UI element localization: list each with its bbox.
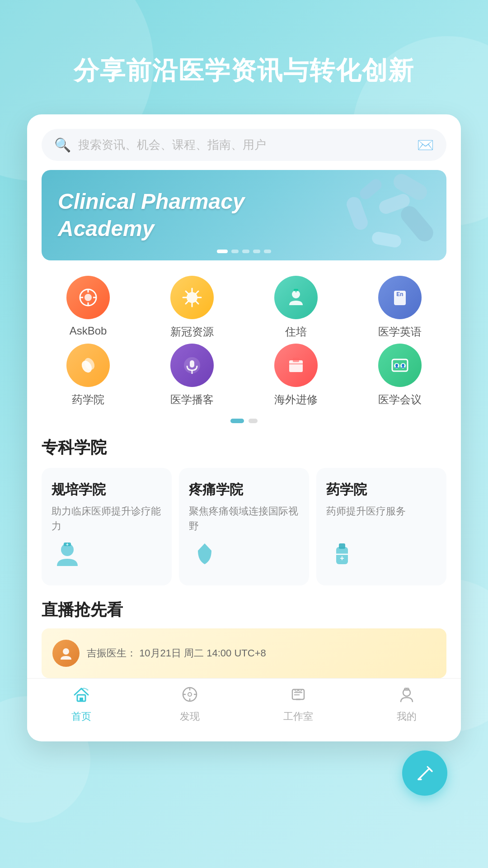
live-time: 10月21日 周二 14:00 UTC+8 [139, 647, 266, 659]
svg-point-45 [188, 693, 192, 696]
nav-discover-label: 发现 [180, 710, 200, 723]
app-card: 🔍 搜索资讯、机会、课程、指南、用户 ✉️ Clinical Pharmacy … [27, 114, 461, 741]
icon-zhupei[interactable]: + 住培 [250, 276, 342, 339]
bottom-nav: 首页 发现 工作室 + 我的 [27, 678, 461, 732]
nav-studio[interactable]: 工作室 [271, 686, 325, 723]
pharmacy-icon [66, 344, 110, 387]
specialty-cards: 规培学院 助力临床医师提升诊疗能力 + 疼痛学院 聚焦疼痛领域连接国际视野 药学… [27, 468, 461, 594]
search-icon: 🔍 [54, 137, 71, 153]
svg-line-13 [196, 291, 198, 294]
askbob-icon [66, 276, 110, 319]
svg-rect-43 [80, 698, 83, 701]
svg-point-41 [63, 648, 69, 655]
live-info: 吉振医生： 10月21日 周二 14:00 UTC+8 [87, 646, 266, 660]
svg-rect-54 [295, 689, 298, 691]
pharma-desc: 药师提升医疗服务 [326, 504, 436, 533]
icon-conference[interactable]: 👤👤 医学会议 [354, 344, 446, 407]
nav-discover[interactable]: 发现 [163, 686, 217, 723]
pain-title: 疼痛学院 [189, 481, 299, 499]
svg-text:+: + [340, 554, 344, 562]
icon-page-dots [27, 419, 461, 423]
english-label: 医学英语 [378, 325, 422, 339]
abroad-label: 海外进修 [274, 392, 318, 407]
conference-label: 医学会议 [378, 392, 422, 407]
banner-decoration [302, 170, 446, 260]
specialty-card-pharma[interactable]: 药学院 药师提升医疗服务 + [316, 468, 446, 585]
pain-icon [189, 538, 299, 576]
icon-abroad[interactable]: 海外进修 [250, 344, 342, 407]
fab-button[interactable] [402, 750, 447, 796]
live-header: 直播抢先看 [42, 599, 446, 621]
guipei-icon: + [52, 538, 162, 576]
search-placeholder-text: 搜索资讯、机会、课程、指南、用户 [78, 137, 410, 153]
svg-rect-53 [296, 698, 300, 700]
banner-text: Clinical Pharmacy Academy [42, 174, 261, 257]
svg-text:En: En [396, 291, 403, 297]
icons-section: AskBob 新冠资源 + 住培 En 医学英语 [27, 271, 461, 416]
svg-point-1 [84, 294, 92, 301]
svg-text:+: + [295, 290, 297, 294]
nav-discover-icon [181, 686, 198, 707]
askbob-label: AskBob [70, 325, 107, 337]
banner[interactable]: Clinical Pharmacy Academy [42, 170, 446, 260]
covid-label: 新冠资源 [170, 325, 214, 339]
nav-profile[interactable]: + 我的 [380, 686, 434, 723]
page-dot-2 [249, 419, 258, 423]
banner-dot-5 [264, 250, 271, 253]
nav-home-label: 首页 [71, 710, 91, 723]
live-title: 直播抢先看 [42, 599, 123, 621]
svg-rect-24 [190, 360, 194, 368]
svg-line-12 [196, 301, 198, 304]
nav-studio-label: 工作室 [283, 710, 313, 723]
nav-profile-label: 我的 [397, 710, 417, 723]
mail-icon[interactable]: ✉️ [417, 137, 434, 153]
specialty-card-pain[interactable]: 疼痛学院 聚焦疼痛领域连接国际视野 [179, 468, 309, 585]
icon-covid[interactable]: 新冠资源 [146, 276, 238, 339]
icons-row-1: AskBob 新冠资源 + 住培 En 医学英语 [36, 276, 452, 339]
conference-icon: 👤👤 [378, 344, 422, 387]
icon-english[interactable]: En 医学英语 [354, 276, 446, 339]
banner-title-line1: Clinical Pharmacy [58, 188, 245, 215]
guipei-desc: 助力临床医师提升诊疗能力 [52, 504, 162, 533]
podcast-label: 医学播客 [170, 392, 214, 407]
icon-askbob[interactable]: AskBob [42, 276, 134, 339]
specialty-card-guipei[interactable]: 规培学院 助力临床医师提升诊疗能力 + [42, 468, 172, 585]
svg-line-11 [186, 291, 188, 294]
icon-podcast[interactable]: 医学播客 [146, 344, 238, 407]
live-section: 直播抢先看 吉振医生： 10月21日 周二 14:00 UTC+8 [27, 594, 461, 678]
search-bar[interactable]: 🔍 搜索资讯、机会、课程、指南、用户 ✉️ [42, 129, 446, 161]
pain-desc: 聚焦疼痛领域连接国际视野 [189, 504, 299, 533]
icon-pharmacy[interactable]: 药学院 [42, 344, 134, 407]
live-preview-card[interactable]: 吉振医生： 10月21日 周二 14:00 UTC+8 [42, 628, 446, 678]
svg-text:👤: 👤 [401, 363, 405, 368]
svg-rect-38 [339, 543, 345, 549]
nav-home-icon [73, 686, 90, 707]
nav-home[interactable]: 首页 [54, 686, 108, 723]
svg-line-59 [418, 769, 429, 779]
pharma-icon: + [326, 538, 436, 576]
svg-rect-27 [293, 358, 299, 362]
live-avatar [52, 640, 80, 667]
zhupei-label: 住培 [285, 325, 307, 339]
live-host: 吉振医生 [87, 647, 127, 659]
page-dot-1 [230, 419, 244, 423]
guipei-title: 规培学院 [52, 481, 162, 499]
covid-icon [170, 276, 214, 319]
english-icon: En [378, 276, 422, 319]
zhupei-icon: + [274, 276, 318, 319]
nav-studio-icon [290, 686, 307, 707]
pharmacy-label: 药学院 [72, 392, 104, 407]
icons-row-2: 药学院 医学播客 海外进修 👤👤 医学会议 [36, 344, 452, 407]
nav-profile-icon: + [398, 686, 415, 707]
pharma-title: 药学院 [326, 481, 436, 499]
svg-text:+: + [406, 689, 408, 692]
svg-text:+: + [66, 542, 69, 547]
svg-rect-55 [299, 689, 301, 691]
header-tagline: 分享前沿医学资讯与转化创新 [0, 0, 488, 114]
podcast-icon [170, 344, 214, 387]
banner-title-line2: Academy [58, 215, 245, 242]
svg-line-14 [186, 301, 188, 304]
abroad-icon [274, 344, 318, 387]
svg-text:👤: 👤 [394, 363, 399, 368]
specialty-section-title: 专科学院 [27, 432, 461, 468]
